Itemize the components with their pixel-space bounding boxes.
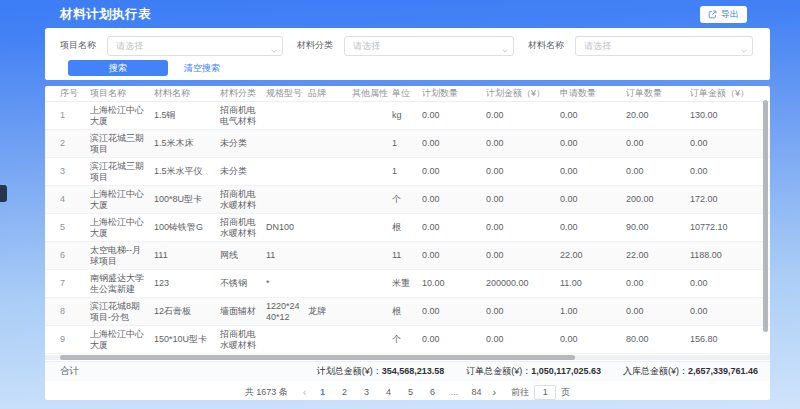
material-name-input[interactable] xyxy=(575,36,753,56)
table-cell: 1 xyxy=(392,166,422,177)
goto-suffix: 页 xyxy=(561,386,570,399)
column-header: 订单数量 xyxy=(626,87,690,100)
table-cell: 2 xyxy=(60,138,90,149)
table-cell: 未分类 xyxy=(220,166,266,177)
table-cell: 1.5铜 xyxy=(154,110,220,121)
table-cell: 6 xyxy=(60,250,90,261)
column-header: 计划数量 xyxy=(422,87,486,100)
material-category-select[interactable] xyxy=(344,35,514,56)
column-header: 订单金额（¥） xyxy=(690,87,770,100)
table-cell: * xyxy=(266,278,308,289)
table-cell: 100铸铁管G xyxy=(154,222,220,233)
table-cell: 滨江花城8期项目-分包 xyxy=(90,301,154,323)
table-cell: 0.00 xyxy=(422,194,486,205)
chevron-down-icon xyxy=(501,41,509,59)
sidebar-toggle-handle[interactable] xyxy=(0,185,7,202)
table-cell: 上海松江中心大厦 xyxy=(90,329,154,351)
page-number[interactable]: 2 xyxy=(340,387,350,397)
table-cell: 156.80 xyxy=(690,334,770,345)
page-number[interactable]: 1 xyxy=(318,387,328,397)
table-cell: 0.00 xyxy=(690,278,770,289)
page-number[interactable]: 4 xyxy=(384,387,394,397)
table-cell: 4 xyxy=(60,194,90,205)
column-header: 申请数量 xyxy=(560,87,626,100)
chevron-down-icon xyxy=(270,41,278,59)
clear-search-link[interactable]: 清空搜索 xyxy=(184,62,220,75)
summary-totals: 计划总金额(¥)：354,568,213.58订单总金额(¥)：1,050,11… xyxy=(317,365,758,378)
table-cell: 0.00 xyxy=(626,138,690,149)
table-cell: 招商机电 水暖材料 xyxy=(220,217,266,239)
table-cell: 0.00 xyxy=(422,166,486,177)
table-cell: 1220*2440*12 xyxy=(266,301,308,323)
summary-label: 合计 xyxy=(60,365,79,378)
table-cell: 根 xyxy=(392,306,422,317)
table-cell: 0.00 xyxy=(422,334,486,345)
column-header: 其他属性 xyxy=(352,87,392,100)
page-number[interactable]: 5 xyxy=(406,387,416,397)
table-cell: 0.00 xyxy=(422,138,486,149)
table-cell: 0.00 xyxy=(486,110,560,121)
material-category-input[interactable] xyxy=(344,36,514,56)
page-number[interactable]: 84 xyxy=(472,387,482,397)
vertical-scrollbar-thumb[interactable] xyxy=(763,100,768,332)
material-name-select[interactable] xyxy=(575,35,753,56)
filter-row: 项目名称 材料分类 材料名称 xyxy=(45,28,770,56)
top-bar: 材料计划执行表 导出 xyxy=(0,0,800,28)
table-cell: 0.00 xyxy=(690,166,770,177)
project-name-input[interactable] xyxy=(107,36,283,56)
table-cell: 22.00 xyxy=(560,250,626,261)
table-cell: 招商机电 水暖材料 xyxy=(220,329,266,351)
chevron-down-icon xyxy=(740,41,748,59)
table-cell: 1.00 xyxy=(560,306,626,317)
table-cell: 滨江花城三期项目 xyxy=(90,161,154,183)
table-panel: 序号项目名称材料名称材料分类规格型号品牌其他属性单位计划数量计划金额（¥）申请数… xyxy=(45,86,770,400)
column-header: 品牌 xyxy=(308,87,352,100)
table-cell: 米重 xyxy=(392,278,422,289)
table-cell: 0.00 xyxy=(560,334,626,345)
table-cell: 0.00 xyxy=(486,194,560,205)
table-cell: 100*8U型卡 xyxy=(154,194,220,205)
filter-project-name: 项目名称 xyxy=(60,35,283,56)
table-cell: 0.00 xyxy=(560,166,626,177)
table-cell: 龙牌 xyxy=(308,306,352,317)
table-cell: 0.00 xyxy=(486,250,560,261)
export-button-label: 导出 xyxy=(721,8,739,21)
table-cell: 个 xyxy=(392,334,422,345)
table-cell: 8 xyxy=(60,306,90,317)
table-cell: 0.00 xyxy=(560,194,626,205)
next-page-icon[interactable]: › xyxy=(491,387,499,398)
table-cell: 0.00 xyxy=(486,334,560,345)
table-row: 8滨江花城8期项目-分包12石膏板墙面辅材1220*2440*12龙牌根0.00… xyxy=(45,298,770,326)
filter-label: 材料分类 xyxy=(297,39,333,52)
hscrollbar-thumb[interactable] xyxy=(60,355,575,360)
table-row: 3滨江花城三期项目1.5米水平仪未分类10.000.000.000.000.00 xyxy=(45,158,770,186)
table-cell: 上海松江中心大厦 xyxy=(90,105,154,127)
summary-total: 订单总金额(¥)：1,050,117,025.63 xyxy=(466,365,601,378)
project-name-select[interactable] xyxy=(107,35,283,56)
filter-material-category: 材料分类 xyxy=(297,35,514,56)
goto-prefix: 前往 xyxy=(511,386,529,399)
table-cell: 0.00 xyxy=(486,138,560,149)
page: 材料计划执行表 导出 项目名称 材料分类 xyxy=(0,0,800,409)
filter-label: 项目名称 xyxy=(60,39,96,52)
goto-page: 前往 页 xyxy=(511,385,570,400)
table-cell: 0.00 xyxy=(422,222,486,233)
page-number[interactable]: 6 xyxy=(428,387,438,397)
goto-page-input[interactable] xyxy=(534,385,556,400)
table-row: 4上海松江中心大厦100*8U型卡招商机电 水暖材料个0.000.000.002… xyxy=(45,186,770,214)
table-cell: 1.5米木床 xyxy=(154,138,220,149)
prev-page-icon[interactable]: ‹ xyxy=(301,387,309,398)
page-numbers: 123456...84 xyxy=(318,387,482,397)
table-cell: 20.00 xyxy=(626,110,690,121)
export-icon xyxy=(708,10,717,19)
table-cell: 9 xyxy=(60,334,90,345)
column-header: 项目名称 xyxy=(90,87,154,100)
table-cell: 10.00 xyxy=(422,278,486,289)
search-button[interactable]: 搜索 xyxy=(68,60,168,76)
export-button[interactable]: 导出 xyxy=(700,6,747,23)
page-number[interactable]: 3 xyxy=(362,387,372,397)
table-cell: 1 xyxy=(392,138,422,149)
table-cell: 0.00 xyxy=(560,138,626,149)
table-cell: 12石膏板 xyxy=(154,306,220,317)
table-cell: 招商机电 电气材料 xyxy=(220,105,266,127)
